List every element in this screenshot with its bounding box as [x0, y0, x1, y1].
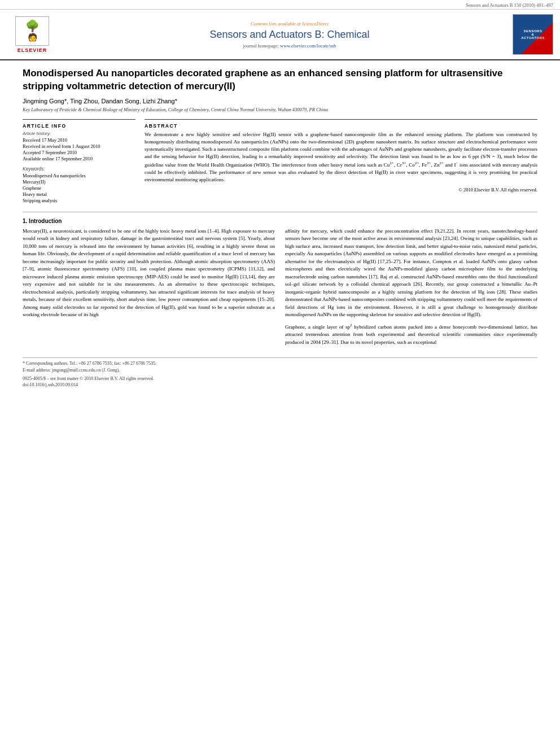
article-info-header: ARTICLE INFO [23, 123, 135, 129]
info-abstract-section: ARTICLE INFO Article history: Received 1… [23, 119, 537, 204]
accepted-date: Accepted 7 September 2010 [23, 150, 135, 155]
article-info-col: ARTICLE INFO Article history: Received 1… [23, 119, 135, 204]
journal-title-block: Contents lists available at ScienceDirec… [67, 21, 513, 49]
article-title: Monodispersed Au nanoparticles decorated… [23, 67, 537, 93]
keyword-3: Graphene [23, 185, 135, 191]
intro-para-1: Mercury(II), a neurotoxicant, is conside… [23, 228, 275, 319]
footnote-section: * Corresponding authors. Tel.: +86 27 67… [23, 357, 537, 388]
keywords-label: Keywords: [23, 166, 135, 172]
available-online-date: Available online 17 September 2010 [23, 156, 135, 161]
keyword-2: Mercury(II) [23, 179, 135, 185]
intro-para-2: affinity for mercury, which could enhanc… [285, 228, 537, 319]
received-revised-date: Received in revised form 1 August 2010 [23, 143, 135, 149]
authors-text: Jingming Gong*, Ting Zhou, Dandan Song, … [23, 98, 177, 104]
abstract-header: ABSTRACT [145, 123, 537, 129]
article-body: Monodispersed Au nanoparticles decorated… [0, 60, 560, 399]
intro-col-left: Mercury(II), a neurotoxicant, is conside… [23, 228, 275, 350]
footnote-email: E-mail address: jmgong@mail.ccnu.edu.cn … [23, 367, 537, 373]
sciencedirect-link: ScienceDirect [302, 21, 329, 27]
intro-para-3: Graphene, a single layer of sp2 hybridiz… [285, 322, 537, 347]
sensors-logo: SENSORS&ACTUATORS [513, 14, 553, 55]
tree-icon: 🌳 [25, 19, 40, 33]
keyword-5: Stripping analysis [23, 198, 135, 203]
journal-homepage: journal homepage: www.elsevier.com/locat… [67, 43, 513, 49]
elsevier-logo-block: 🌳 🧑 ELSEVIER [7, 16, 58, 53]
elsevier-wordmark: ELSEVIER [18, 47, 47, 53]
copyright-line: © 2010 Elsevier B.V. All rights reserved… [145, 187, 537, 193]
history-label: Article history: [23, 131, 135, 136]
footer-issn: 0925-4005/$ – see front matter © 2010 El… [23, 375, 537, 382]
abstract-text: We demonstrate a new highly sensitive an… [145, 131, 537, 184]
keyword-4: Heavy metal [23, 191, 135, 197]
citation-bar: Sensors and Actuators B 150 (2010) 491–4… [0, 0, 560, 10]
elsevier-logo-image: 🌳 🧑 [15, 16, 49, 46]
citation-text: Sensors and Actuators B 150 (2010) 491–4… [466, 2, 553, 8]
sciencedirect-note: Contents lists available at ScienceDirec… [67, 21, 513, 27]
journal-header: 🌳 🧑 ELSEVIER Contents lists available at… [0, 10, 560, 60]
affiliation: Key Laboratory of Pesticide & Chemical B… [23, 107, 537, 112]
keyword-1: Monodispersed Au nanoparticles [23, 173, 135, 178]
journal-url: www.elsevier.com/locate/snb [280, 43, 336, 49]
abstract-col: ABSTRACT We demonstrate a new highly sen… [145, 119, 537, 204]
intro-col-right: affinity for mercury, which could enhanc… [285, 228, 537, 350]
received-date: Received 17 May 2010 [23, 137, 135, 143]
intro-two-col: Mercury(II), a neurotoxicant, is conside… [23, 228, 537, 350]
intro-section-title: 1. Introduction [23, 218, 537, 224]
journal-main-title: Sensors and Actuators B: Chemical [67, 29, 513, 41]
person-icon: 🧑 [28, 33, 37, 42]
section-divider [23, 212, 537, 212]
authors-line: Jingming Gong*, Ting Zhou, Dandan Song, … [23, 98, 537, 104]
footnote-corresponding: * Corresponding authors. Tel.: +86 27 67… [23, 360, 537, 366]
footer-doi: doi:10.1016/j.snb.2010.09.014 [23, 382, 537, 388]
